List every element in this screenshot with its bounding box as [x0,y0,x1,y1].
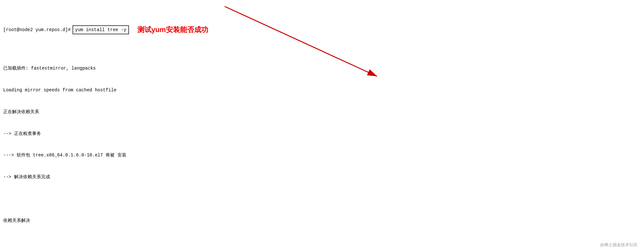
output-line-7 [3,195,641,203]
output-line-2: Loading mirror speeds from cached hostfi… [3,87,641,94]
command-line: [root@node2 yum.repos.d]# yum install tr… [3,24,641,35]
output-line-4: --> 正在检查事务 [3,130,641,138]
output-line-6: --> 解决依赖关系完成 [3,173,641,181]
prompt-text: [root@node2 yum.repos.d]# [3,26,71,33]
terminal-window: [root@node2 yum.repos.d]# yum install tr… [0,0,644,251]
watermark: @稀土掘金技术社区 [600,242,638,248]
output-line-8: 依赖关系解决 [3,217,641,224]
command-input: yum install tree -y [73,25,129,34]
output-line-9 [3,239,641,246]
output-line-5: ---> 软件包 tree.x86_64.0.1.6.0-10.el7 将被 安… [3,152,641,159]
annotation-text: 测试yum安装能否成功 [137,24,208,35]
output-line-3: 正在解决依赖关系 [3,108,641,116]
output-line-1: 已加载插件: fastestmirror, langpacks [3,65,641,72]
